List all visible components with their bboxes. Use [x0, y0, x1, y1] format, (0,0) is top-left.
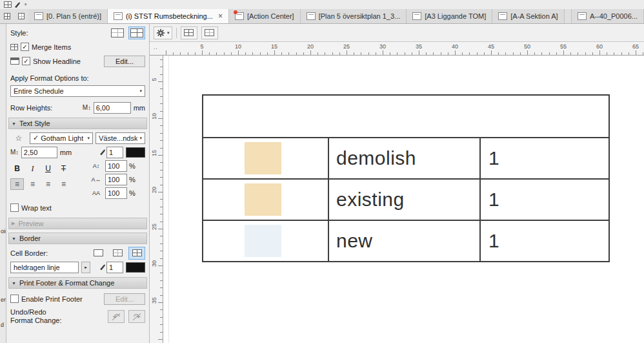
- tab-6[interactable]: [A-A Sektion A]: [492, 9, 564, 23]
- redo-format-button[interactable]: ↷: [128, 310, 145, 323]
- text-size-input[interactable]: 2,50: [21, 147, 57, 158]
- text-color-swatch[interactable]: [126, 147, 145, 158]
- undo-format-button[interactable]: ↶: [108, 310, 125, 323]
- line-type-popup-button[interactable]: ▸: [81, 262, 90, 273]
- name-cell[interactable]: demolish: [328, 138, 479, 178]
- border-none-button[interactable]: [90, 247, 106, 260]
- row-height-input[interactable]: 6,00: [94, 102, 131, 114]
- tab-7[interactable]: A--40_P0006...: [571, 9, 644, 23]
- ruler-number: 10: [151, 110, 157, 122]
- ruler-number: 5: [151, 74, 157, 85]
- count-cell[interactable]: 1: [479, 221, 609, 261]
- gear-icon: [156, 28, 165, 37]
- ruler-tick: [160, 170, 163, 171]
- ruler-tick: [310, 50, 311, 55]
- ruler-tick: [202, 50, 203, 55]
- font-select[interactable]: ✓ Gotham Light ▾: [30, 132, 93, 144]
- swatch-cell[interactable]: [203, 138, 328, 178]
- table-cells-icon: [205, 29, 214, 36]
- table-style-1-button[interactable]: [109, 26, 126, 39]
- tab-3[interactable]: [Action Center]: [229, 9, 301, 23]
- tab-1[interactable]: [0. Plan 5 (entré)]: [28, 9, 108, 23]
- merge-items-icon: [10, 44, 18, 50]
- border-partial-button[interactable]: [109, 247, 126, 260]
- section-border[interactable]: ▼ Border: [8, 233, 147, 244]
- add-button[interactable]: +: [22, 1, 29, 8]
- favorites-button[interactable]: ☆: [10, 132, 27, 145]
- section-preview[interactable]: ▶ Preview: [8, 218, 147, 229]
- updown-arrow-icon: ↕: [15, 149, 19, 156]
- ruler-tick: [629, 52, 629, 55]
- bold-button[interactable]: B: [10, 163, 24, 174]
- align-justify-button[interactable]: ≡: [57, 178, 70, 190]
- table-columns-button[interactable]: [181, 26, 197, 39]
- show-headline-icon: [10, 57, 19, 65]
- table-style-2-button[interactable]: [128, 26, 145, 39]
- ruler-tick: [160, 214, 163, 214]
- edit-print-footer-button[interactable]: Edit...: [104, 293, 145, 305]
- ruler-tick: [158, 192, 163, 192]
- line-type-select[interactable]: heldragen linje: [10, 262, 79, 273]
- tab-4[interactable]: [Plan 5 översiktplan 1_3...: [301, 9, 407, 23]
- tab-5[interactable]: [A3 Liggande TOM]: [407, 9, 492, 23]
- language-select[interactable]: Väste...ndsk ▾: [96, 132, 145, 144]
- text-pen-input[interactable]: 1: [106, 147, 123, 158]
- window-grid-button[interactable]: [2, 1, 14, 8]
- border-color-swatch[interactable]: [126, 262, 145, 273]
- align-left-button[interactable]: ≡: [10, 178, 24, 190]
- ruler-tick: [160, 162, 163, 163]
- align-center-button[interactable]: ≡: [26, 178, 39, 190]
- table-cells-button[interactable]: [201, 26, 218, 39]
- italic-button[interactable]: I: [26, 163, 39, 174]
- apply-format-label: Apply Format Options to:: [10, 74, 89, 82]
- ruler-tick: [390, 52, 390, 55]
- tab-label: (i) STST Rumsbeteckning...: [126, 12, 213, 20]
- swatch-cell[interactable]: [203, 180, 328, 220]
- view-switch-grid-button[interactable]: [0, 9, 14, 23]
- scheme-settings-button[interactable]: ▾: [154, 26, 172, 39]
- name-cell[interactable]: existing: [328, 180, 479, 220]
- count-cell[interactable]: 1: [479, 138, 609, 178]
- merge-items-checkbox[interactable]: [21, 43, 29, 51]
- underline-button[interactable]: U: [41, 163, 55, 174]
- ruler-tick: [173, 52, 174, 55]
- line-spacing-input[interactable]: 100: [105, 160, 127, 172]
- schedule-table: demolish1existing1new1: [202, 94, 610, 262]
- edit-button[interactable]: [15, 1, 21, 8]
- align-right-button[interactable]: ≡: [41, 178, 55, 190]
- ruler-tick: [332, 52, 333, 55]
- view-switch-list-button[interactable]: [14, 9, 28, 23]
- ruler-tick: [614, 52, 614, 55]
- swatch-cell[interactable]: [203, 221, 328, 261]
- schedule-header-row[interactable]: [203, 96, 609, 138]
- collapse-icon: ▼: [12, 281, 16, 286]
- border-all-button[interactable]: [128, 247, 145, 260]
- section-text-style[interactable]: ▼ Text Style: [8, 118, 147, 129]
- superscript-size-value: 100: [108, 189, 119, 197]
- name-cell[interactable]: new: [328, 221, 479, 261]
- ruler-tick: [160, 199, 163, 200]
- edit-headline-button[interactable]: Edit...: [104, 56, 145, 67]
- tab-2[interactable]: (i) STST Rumsbeteckning...×: [108, 9, 229, 23]
- ruler-tick: [160, 317, 163, 318]
- show-headline-checkbox[interactable]: [22, 57, 30, 65]
- merge-items-label: Merge Items: [32, 43, 71, 51]
- ruler-tick: [160, 280, 163, 281]
- ruler-tick: [303, 52, 304, 55]
- char-spacing-input[interactable]: 100: [105, 174, 127, 185]
- wrap-text-checkbox[interactable]: [10, 203, 19, 212]
- count-cell[interactable]: 1: [479, 180, 609, 220]
- strikethrough-button[interactable]: T: [57, 163, 70, 174]
- ruler-tick: [578, 52, 578, 55]
- superscript-size-input[interactable]: 100: [105, 187, 127, 199]
- border-pen-input[interactable]: 1: [106, 262, 123, 273]
- section-print-footer[interactable]: ▼ Print Footer & Format Change: [8, 277, 147, 289]
- ruler-tick: [160, 244, 163, 244]
- enable-print-footer-checkbox[interactable]: [10, 295, 19, 303]
- drawing-canvas[interactable]: demolish1existing1new1: [163, 56, 644, 343]
- text-size-icon: M↕: [10, 149, 19, 156]
- ruler-tick: [160, 96, 163, 97]
- apply-format-select[interactable]: Entire Schedule ▾: [10, 85, 145, 97]
- ruler-tick: [188, 52, 188, 55]
- close-tab-icon[interactable]: ×: [218, 12, 223, 20]
